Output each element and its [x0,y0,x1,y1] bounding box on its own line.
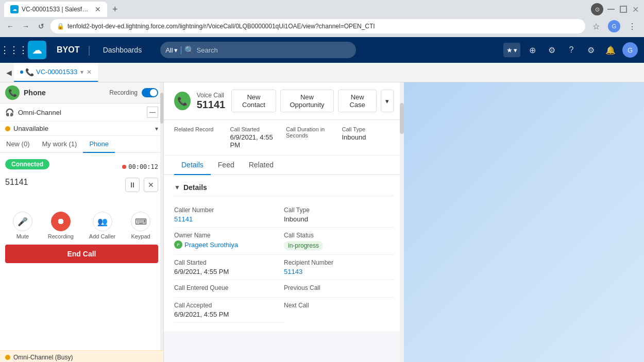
call-started-detail-label: Call Started [174,259,284,266]
recording-toggle[interactable] [142,88,158,97]
settings-icon[interactable]: ⚙ [583,42,599,58]
tab-close-button[interactable]: ▾ [80,68,83,76]
status-dropdown-icon[interactable]: ▾ [155,125,158,132]
new-opportunity-button[interactable]: New Opportunity [280,90,334,112]
recording-label: Recording [109,89,138,96]
voice-call-header: 📞 Voice Call 51141 New Contact New Oppor… [164,82,404,120]
phone-panel: 📞 Phone Recording 🎧 Omni-Channel — [0,82,164,362]
mute-button[interactable]: 🎤 Mute [13,212,32,239]
call-status-value: in-progress [284,241,323,250]
new-tab-button[interactable]: + [109,4,121,15]
user-avatar[interactable]: G [622,42,638,58]
add-caller-button[interactable]: 👥 Add Caller [89,212,115,239]
hang-up-button[interactable]: ✕ [144,178,158,192]
salesforce-header: ⋮⋮⋮ ☁ BYOT | Dashboards All ▾ 🔍 ★ ▾ ⊕ ⚙ [0,37,644,63]
reload-button[interactable]: ↺ [35,20,47,32]
voice-call-tab[interactable]: 📞 VC-00001533 ▾ ✕ [14,63,98,82]
call-type-label: Call Type [342,126,394,132]
minimize-window-icon[interactable] [607,9,615,10]
cloud-icon: ☁ [32,44,42,56]
bottom-status-bar: Omni-Channel (Busy) [0,350,163,362]
phone-header: 📞 Phone Recording [0,82,163,104]
app-name: BYOT [57,45,79,55]
maximize-window-icon[interactable] [620,6,627,13]
phone-title: Phone [24,89,105,97]
caller-number-value[interactable]: 51141 [174,215,284,223]
new-contact-button[interactable]: New Contact [231,90,276,112]
tab-close-icon[interactable]: ✕ [95,5,101,13]
dashboards-nav-item[interactable]: Dashboards [99,44,146,56]
search-all-filter[interactable]: All ▾ [165,46,181,54]
recording-btn-label: Recording [48,233,74,239]
question-icon[interactable]: ? [564,42,579,58]
chevron-down-icon: ▾ [514,46,517,54]
bookmark-icon[interactable]: ☆ [588,19,604,34]
tab-feed[interactable]: Feed [211,156,242,175]
keypad-button[interactable]: ⌨ Keypad [131,212,150,239]
forward-button[interactable]: → [20,20,32,32]
right-scrollbar[interactable] [400,82,404,362]
url-text: tenfold2-byot-dev-ed.lightning.force.com… [67,23,579,30]
omni-channel-icon: 🎧 [5,108,14,116]
end-call-button[interactable]: End Call [5,245,158,263]
browser-tab[interactable]: ☁ VC-00001533 | Salesforce ✕ [4,2,107,17]
close-tab-icon[interactable]: ✕ [87,68,92,76]
mute-label: Mute [16,233,29,239]
owner-name-value[interactable]: Prageet Surothiya [184,241,238,249]
address-bar[interactable]: 🔒 tenfold2-byot-dev-ed.lightning.force.c… [50,19,585,33]
help-setup-icon[interactable]: ⚙ [544,42,560,58]
more-actions-button[interactable]: ▾ [381,90,394,112]
call-started-detail-value: 6/9/2021, 4:55 PM [174,268,284,275]
call-number: 51141 [5,178,28,187]
back-button[interactable]: ← [4,20,16,32]
favorites-button[interactable]: ★ ▾ [503,43,520,57]
status-text: Unavailable [13,125,152,132]
background-panel [404,82,644,362]
extensions-icon[interactable]: ⋮ [624,19,640,34]
tab-details[interactable]: Details [174,156,211,175]
header-icons: ★ ▾ ⊕ ⚙ ? ⚙ 🔔 G [503,42,638,58]
address-bar-row: ← → ↺ 🔒 tenfold2-byot-dev-ed.lightning.f… [0,19,644,37]
call-entered-queue-field: Call Entered Queue [174,280,284,298]
add-button[interactable]: ⊕ [524,42,540,58]
recording-indicator [122,165,126,169]
tab-nav-left[interactable]: ◀ [4,68,14,77]
work-tabs: New (0) My work (1) Phone [0,136,163,153]
timer-text: 00:00:12 [128,163,158,170]
section-chevron-icon[interactable]: ▼ [174,184,180,191]
tab-bar: ◀ 📞 VC-00001533 ▾ ✕ [0,63,644,82]
omni-channel-label: Omni-Channel [18,109,143,116]
search-icon: 🔍 [184,45,195,55]
call-accepted-value: 6/9/2021, 4:55 PM [174,311,284,318]
minimize-panel-button[interactable]: — [147,107,158,118]
app-launcher-icon[interactable]: ⋮⋮⋮ [6,42,22,58]
call-started-detail-field: Call Started 6/9/2021, 4:55 PM [174,255,284,280]
previous-call-field: Previous Call [284,280,394,298]
profile-button[interactable]: G [608,20,620,32]
tab-unsaved-indicator [20,71,23,74]
status-indicator [5,126,10,131]
chevron-down-icon: ▾ [174,46,178,54]
add-caller-icon: 👥 [93,212,112,231]
close-window-icon[interactable]: ✕ [632,5,639,14]
status-bar: Unavailable ▾ [0,122,163,136]
recipient-number-value[interactable]: 51143 [284,268,394,275]
caller-number-label: Caller Number [174,206,284,214]
pause-call-button[interactable]: ⏸ [125,178,140,192]
notifications-icon[interactable]: 🔔 [603,42,618,58]
sf-logo[interactable]: ☁ [28,41,46,59]
tab-phone[interactable]: Phone [83,136,115,153]
tab-related[interactable]: Related [242,156,281,175]
call-accepted-field: Call Accepted 6/9/2021, 4:55 PM [174,298,284,323]
new-case-button[interactable]: New Case [338,90,377,112]
mute-icon: 🎤 [13,212,32,231]
call-started-value: 6/9/2021, 4:55 PM [230,133,282,149]
recording-button[interactable]: ⏺ Recording [48,212,74,239]
search-input[interactable] [197,46,351,54]
previous-call-label: Previous Call [284,284,394,291]
call-type-value: Inbound [342,133,394,141]
tab-new[interactable]: New (0) [0,136,36,152]
browser-chrome: ☁ VC-00001533 | Salesforce ✕ + ⊙ ✕ [0,0,644,19]
call-status-label: Call Status [284,232,394,239]
tab-my-work[interactable]: My work (1) [36,136,83,152]
